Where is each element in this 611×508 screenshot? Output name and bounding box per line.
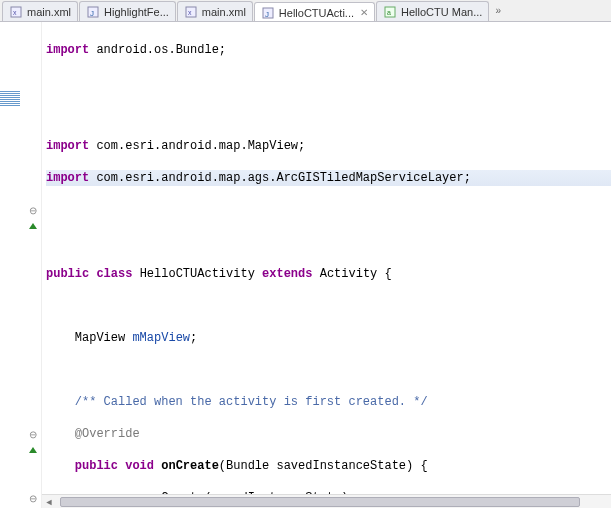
tab-label: HelloCTU Man...: [401, 6, 482, 18]
scroll-thumb[interactable]: [60, 497, 580, 507]
code-line: public class HelloCTUActivity extends Ac…: [46, 266, 611, 282]
tab-label: HelloCTUActi...: [279, 7, 354, 19]
svg-text:J: J: [90, 9, 94, 18]
fold-toggle[interactable]: ⊖: [0, 490, 41, 506]
tab-label: HighlightFe...: [104, 6, 169, 18]
code-line: @Override: [46, 426, 611, 442]
java-file-icon: J: [261, 6, 275, 20]
code-line: public void onCreate(Bundle savedInstanc…: [46, 458, 611, 474]
tab-label: main.xml: [27, 6, 71, 18]
code-line-highlighted: import com.esri.android.map.ags.ArcGISTi…: [46, 170, 611, 186]
code-line: import com.esri.android.map.MapView;: [46, 138, 611, 154]
java-file-icon: J: [86, 5, 100, 19]
tab-overflow-icon[interactable]: »: [492, 5, 504, 16]
override-marker-icon[interactable]: [0, 442, 41, 458]
svg-text:x: x: [13, 9, 17, 16]
svg-text:J: J: [265, 10, 269, 19]
tab-label: main.xml: [202, 6, 246, 18]
manifest-file-icon: a: [383, 5, 397, 19]
tab-highlightfe[interactable]: J HighlightFe...: [79, 1, 176, 21]
horizontal-scrollbar[interactable]: ◄: [42, 494, 611, 508]
tab-helloctuactivity[interactable]: J HelloCTUActi... ✕: [254, 2, 375, 22]
svg-text:a: a: [387, 9, 391, 16]
editor-tab-bar: x main.xml J HighlightFe... x main.xml J…: [0, 0, 611, 22]
tab-main-xml-2[interactable]: x main.xml: [177, 1, 253, 21]
close-icon[interactable]: ✕: [360, 7, 368, 18]
xml-file-icon: x: [184, 5, 198, 19]
editor-area: ⊖ ⊖ ⊖ import android.os.Bundle; import c…: [0, 22, 611, 508]
xml-file-icon: x: [9, 5, 23, 19]
code-line: import android.os.Bundle;: [46, 42, 611, 58]
gutter: ⊖ ⊖ ⊖: [0, 22, 42, 508]
fold-toggle[interactable]: ⊖: [0, 202, 41, 218]
tab-helloctu-manifest[interactable]: a HelloCTU Man...: [376, 1, 489, 21]
override-marker-icon[interactable]: [0, 218, 41, 234]
code-editor[interactable]: import android.os.Bundle; import com.esr…: [42, 22, 611, 508]
fold-toggle[interactable]: ⊖: [0, 426, 41, 442]
svg-text:x: x: [188, 9, 192, 16]
scroll-left-icon[interactable]: ◄: [42, 497, 56, 507]
code-line: MapView mMapView;: [46, 330, 611, 346]
change-marker: [0, 90, 20, 106]
code-line: /** Called when the activity is first cr…: [46, 394, 611, 410]
tab-main-xml-1[interactable]: x main.xml: [2, 1, 78, 21]
